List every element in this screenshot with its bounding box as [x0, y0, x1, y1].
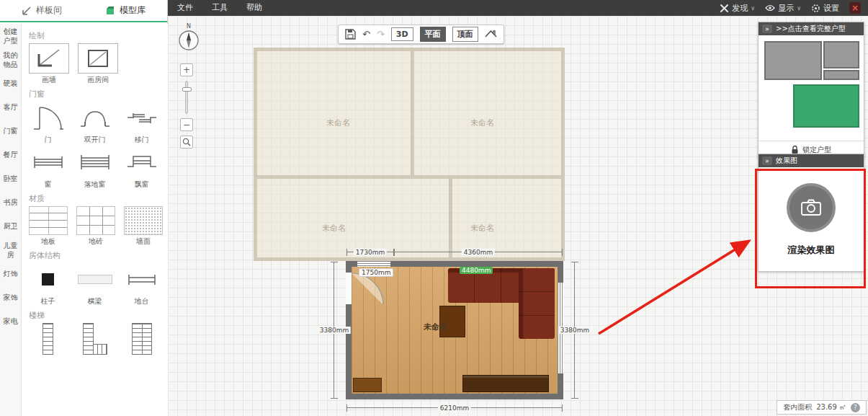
rail-item-create[interactable]: 创建户型 [0, 24, 21, 48]
straight-stair-icon [42, 323, 53, 355]
u-stair-icon [132, 323, 152, 355]
window-icon [32, 146, 64, 178]
render-section: 渲染效果图 [759, 167, 864, 271]
minimap-room[interactable] [823, 41, 859, 68]
rail-item-living-room[interactable]: 客厅 [0, 95, 21, 119]
item-sliding-door[interactable]: 移门 [122, 102, 161, 145]
section-materials: 材质 [29, 193, 161, 204]
rail-item-kitchen-bath[interactable]: 厨卫 [0, 214, 21, 238]
overview-title[interactable]: >>点击查看完整户型 [776, 24, 846, 34]
wall-surface-label: 墙面 [136, 236, 151, 247]
dimension-top-left: 1730mm [346, 252, 394, 252]
rail-item-hard-decor[interactable]: 硬装 [0, 71, 21, 95]
item-double-door[interactable]: 双开门 [76, 102, 114, 145]
section-doors-windows: 门窗 [29, 89, 161, 99]
render-camera-button[interactable] [787, 183, 836, 232]
display-label: 显示 [778, 3, 794, 14]
dimension-right-label: 3380mm [558, 327, 591, 334]
compass[interactable]: N [178, 23, 200, 51]
save-button[interactable] [345, 29, 356, 40]
view-ceiling-button[interactable]: 顶面 [452, 27, 478, 42]
area-label: 套内面积 [783, 402, 812, 412]
item-straight-stair[interactable] [29, 323, 67, 355]
rail-item-lighting[interactable]: 灯饰 [0, 262, 21, 286]
floorplan-minimap[interactable] [763, 40, 859, 136]
undo-button[interactable]: ↶ [362, 29, 370, 40]
item-bay-window[interactable]: 飘窗 [122, 146, 161, 190]
rail-item-bedroom[interactable]: 卧室 [0, 167, 21, 190]
minimap-room-active[interactable] [793, 84, 859, 128]
tool-draw-wall[interactable]: 画墙 [29, 43, 69, 85]
magnifier-icon [182, 138, 191, 146]
zoom-slider[interactable] [185, 81, 188, 114]
zoom-out-button[interactable]: − [180, 118, 193, 131]
sofa-chaise[interactable] [519, 268, 555, 339]
item-l-stair[interactable] [76, 323, 114, 355]
menu-tools[interactable]: 工具 [202, 0, 237, 16]
draw-wall-icon [29, 43, 69, 74]
item-window[interactable]: 窗 [29, 146, 67, 190]
tab-sample-rooms[interactable]: 样板间 [0, 0, 84, 21]
item-floor-tile[interactable]: 地砖 [76, 206, 115, 247]
tool-draw-room[interactable]: 画房间 [78, 43, 118, 85]
floorboard-swatch [29, 206, 68, 235]
zoom-in-button[interactable]: + [180, 63, 193, 76]
item-wall-surface[interactable]: 墙面 [124, 206, 163, 247]
beam-icon [78, 263, 112, 295]
item-u-stair[interactable] [122, 323, 161, 355]
rail-item-appliances[interactable]: 家电 [0, 309, 21, 333]
tv-cabinet[interactable] [462, 375, 549, 392]
menu-file[interactable]: 文件 [168, 0, 202, 16]
side-cabinet[interactable] [353, 378, 382, 392]
item-column[interactable]: 柱子 [29, 263, 67, 306]
collapse-icon[interactable]: » [762, 25, 772, 33]
item-floorboard[interactable]: 地板 [29, 206, 68, 247]
close-icon[interactable]: × [849, 2, 861, 14]
sliding-door-icon [126, 102, 158, 133]
collapse-icon[interactable]: » [762, 156, 772, 165]
main-room[interactable]: 未命名 1750mm 4480mm [346, 261, 563, 399]
help-icon[interactable]: ? [851, 403, 860, 412]
double-door-icon [79, 102, 111, 133]
zoom-fit-button[interactable] [180, 136, 193, 149]
zoom-slider-handle[interactable] [182, 87, 192, 92]
compass-icon [178, 30, 200, 51]
rail-item-dining-room[interactable]: 餐厅 [0, 143, 21, 167]
french-window-label: 落地窗 [84, 180, 106, 190]
rail-item-my-items[interactable]: 我的物品 [0, 48, 21, 71]
item-door[interactable]: 门 [29, 102, 67, 145]
item-french-window[interactable]: 落地窗 [76, 146, 114, 190]
display-menu[interactable]: 显示 ∨ [765, 3, 801, 14]
settings-menu[interactable]: 设置 [811, 3, 839, 14]
discover-menu[interactable]: 发现 ∨ [720, 3, 755, 14]
item-platform[interactable]: 地台 [122, 263, 161, 306]
overview-header: » >>点击查看完整户型 [759, 22, 864, 35]
discover-icon [720, 4, 729, 13]
door[interactable] [346, 273, 352, 304]
minimap-room[interactable] [764, 41, 822, 80]
item-beam[interactable]: 横梁 [76, 263, 114, 306]
eye-icon [765, 4, 775, 12]
view-3d-button[interactable]: 3D [391, 27, 413, 41]
rail-item-doors-windows[interactable]: 门窗 [0, 119, 21, 143]
floor-tile-swatch [76, 206, 115, 235]
redo-button[interactable]: ↷ [377, 29, 385, 40]
bay-window-icon [126, 146, 158, 178]
sofa-dimension-label[interactable]: 4480mm [460, 267, 493, 274]
sliding-door-label: 移门 [135, 135, 149, 145]
rail-item-kids-room[interactable]: 儿童房 [0, 238, 21, 262]
rail-item-home-decor[interactable]: 家饰 [0, 286, 21, 309]
view-plan-button[interactable]: 平面 [420, 27, 446, 42]
top-window[interactable] [357, 261, 390, 267]
tab-model-library[interactable]: 模型库 [84, 0, 167, 21]
inner-dimension-label[interactable]: 1750mm [359, 268, 393, 277]
beam-label: 横梁 [88, 296, 102, 306]
minimap-room[interactable] [823, 70, 859, 80]
category-rail: 创建户型 我的物品 硬装 客厅 门窗 餐厅 卧室 书房 厨卫 儿童房 灯饰 家饰… [0, 24, 22, 416]
roof-button[interactable] [485, 30, 497, 40]
menu-help[interactable]: 帮助 [237, 0, 272, 16]
render-button-label[interactable]: 渲染效果图 [788, 244, 835, 257]
rail-item-study[interactable]: 书房 [0, 190, 21, 214]
faded-wall [411, 51, 414, 175]
render-header: » 效果图 [759, 154, 864, 167]
